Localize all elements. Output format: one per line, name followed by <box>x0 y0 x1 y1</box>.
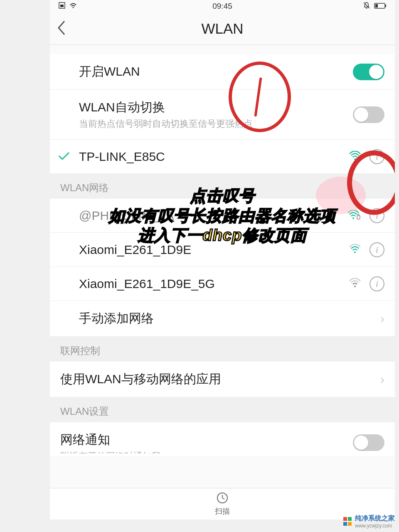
network-row[interactable]: Xiaomi_E261_1D9E_5G i <box>50 267 395 301</box>
watermark: 纯净系统之家 www.ycwjzy.com <box>343 514 395 529</box>
network-notify-label: 网络通知 <box>60 431 353 448</box>
wifi-signal-icon <box>347 210 361 222</box>
wlan-enable-toggle[interactable] <box>353 64 384 80</box>
network-notify-toggle[interactable] <box>353 434 384 451</box>
app-usage-row[interactable]: 使用WLAN与移动网络的应用 › <box>50 362 395 397</box>
svg-rect-4 <box>385 5 386 7</box>
auto-switch-row[interactable]: WLAN自动切换 当前热点信号弱时自动切换至信号更强热点 <box>50 90 395 140</box>
battery-icon <box>374 2 387 11</box>
wlan-settings-section-header: WLAN设置 <box>50 397 395 422</box>
network-name: @PHICOMM_2A <box>79 209 347 223</box>
svg-rect-8 <box>357 216 360 219</box>
status-time: 09:45 <box>212 2 232 11</box>
auto-switch-label: WLAN自动切换 <box>79 99 353 116</box>
chevron-right-icon: › <box>380 372 384 387</box>
manual-add-row[interactable]: 手动添加网络 › <box>50 301 395 337</box>
auto-switch-subtitle: 当前热点信号弱时自动切换至信号更强热点 <box>79 118 353 130</box>
wlan-enable-label: 开启WLAN <box>79 63 353 80</box>
wlan-enable-row[interactable]: 开启WLAN <box>50 54 395 90</box>
app-usage-label: 使用WLAN与移动网络的应用 <box>60 371 380 388</box>
status-bar: 09:45 <box>50 0 395 12</box>
bell-off-icon <box>362 1 371 12</box>
chevron-right-icon: › <box>380 312 384 326</box>
network-name: Xiaomi_E261_1D9E <box>79 243 349 257</box>
svg-point-6 <box>354 158 356 160</box>
wifi-status-icon <box>69 2 77 11</box>
page-header: WLAN <box>50 12 395 45</box>
svg-point-10 <box>354 286 356 287</box>
back-button[interactable] <box>56 19 68 39</box>
networks-section-header: WLAN网络 <box>50 174 395 199</box>
watermark-url: www.ycwjzy.com <box>355 523 395 529</box>
control-section-header: 联网控制 <box>50 337 395 362</box>
network-name: Xiaomi_E261_1D9E_5G <box>79 277 349 291</box>
info-icon[interactable]: i <box>369 149 384 164</box>
info-icon[interactable]: i <box>369 242 384 257</box>
auto-switch-toggle[interactable] <box>353 106 384 123</box>
info-icon[interactable]: i <box>369 276 384 291</box>
sim-icon <box>58 2 66 11</box>
scan-icon <box>217 492 228 505</box>
watermark-logo-icon <box>343 517 352 526</box>
svg-point-9 <box>354 251 356 253</box>
svg-rect-1 <box>60 5 64 7</box>
page-title: WLAN <box>201 20 243 37</box>
svg-point-7 <box>352 217 354 219</box>
checkmark-icon <box>57 151 71 163</box>
wifi-signal-icon <box>349 244 361 256</box>
info-icon[interactable]: i <box>369 208 384 223</box>
wifi-signal-icon <box>349 151 361 163</box>
network-row[interactable]: @PHICOMM_2A i <box>50 199 395 233</box>
svg-rect-5 <box>375 4 378 7</box>
network-notify-subtitle: 附近有开放网络时通知我 <box>60 450 353 453</box>
connected-network-name: TP-LINK_E85C <box>79 150 349 164</box>
network-row[interactable]: Xiaomi_E261_1D9E i <box>50 233 395 267</box>
network-notify-row[interactable]: 网络通知 附近有开放网络时通知我 <box>50 422 395 457</box>
manual-add-label: 手动添加网络 <box>79 310 380 327</box>
connected-network-row[interactable]: TP-LINK_E85C i <box>50 140 395 174</box>
footer-scan-label: 扫描 <box>215 506 230 516</box>
wifi-signal-icon <box>349 278 361 290</box>
svg-point-2 <box>73 7 74 8</box>
watermark-title: 纯净系统之家 <box>355 514 395 523</box>
